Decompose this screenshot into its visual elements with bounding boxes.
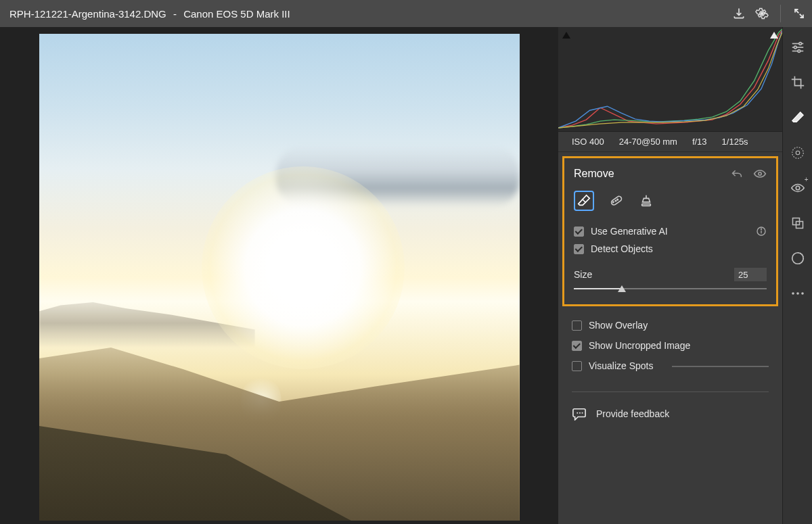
svg-point-29	[796, 292, 799, 295]
exif-shutter: 1/125s	[722, 137, 748, 147]
remove-tool-group	[574, 191, 767, 211]
svg-point-6	[615, 200, 616, 201]
detect-objects-label: Detect Objects	[591, 243, 653, 254]
redeye-icon[interactable]: +	[790, 180, 806, 196]
detect-objects-row: Detect Objects	[574, 243, 767, 254]
radial-mask-icon[interactable]	[790, 145, 806, 161]
title-separator: -	[169, 8, 181, 20]
shadow-clip-indicator[interactable]	[561, 30, 572, 41]
remove-panel: Remove	[562, 156, 778, 306]
svg-rect-8	[642, 204, 651, 206]
filename: RPH-121221-Argentina-3142.DNG	[9, 8, 166, 20]
use-generative-ai-label: Use Generative AI	[591, 226, 668, 237]
show-overlay-label: Show Overlay	[589, 320, 648, 331]
svg-marker-12	[618, 285, 626, 292]
svg-marker-1	[562, 32, 570, 39]
svg-point-17	[798, 43, 801, 45]
tool-rail: +	[782, 27, 812, 524]
remove-panel-title: Remove	[574, 168, 614, 180]
canvas-area[interactable]	[0, 27, 558, 524]
photo-preview	[39, 34, 520, 521]
use-generative-ai-row: Use Generative AI	[574, 226, 767, 237]
document-title: RPH-121221-Argentina-3142.DNG - Canon EO…	[9, 8, 290, 20]
size-row: Size	[574, 268, 767, 281]
more-icon[interactable]	[790, 285, 806, 302]
svg-point-0	[761, 12, 764, 16]
svg-point-22	[792, 147, 803, 159]
svg-point-3	[759, 172, 761, 175]
visualize-spots-row: Visualize Spots	[572, 360, 769, 371]
provide-feedback-label: Provide feedback	[596, 408, 669, 419]
show-overlay-row: Show Overlay	[572, 320, 769, 331]
presets-icon[interactable]	[790, 215, 806, 231]
size-input[interactable]	[734, 268, 767, 281]
use-generative-ai-checkbox[interactable]	[574, 227, 584, 237]
visibility-icon[interactable]	[753, 168, 767, 179]
clone-stamp-tool-button[interactable]	[636, 191, 656, 211]
svg-point-13	[577, 412, 578, 414]
size-slider-thumb[interactable]	[618, 285, 626, 292]
size-label: Size	[574, 269, 592, 280]
show-uncropped-checkbox[interactable]	[572, 341, 582, 351]
exif-iso: ISO 400	[572, 137, 604, 147]
show-overlay-checkbox[interactable]	[572, 320, 582, 331]
header-divider	[780, 5, 781, 22]
svg-point-23	[796, 151, 800, 155]
svg-point-14	[579, 412, 581, 414]
eraser-icon[interactable]	[790, 110, 806, 126]
show-uncropped-row: Show Uncropped Image	[572, 340, 769, 351]
visualize-spots-slider[interactable]	[672, 366, 769, 367]
header-bar: RPH-121221-Argentina-3142.DNG - Canon EO…	[0, 0, 812, 27]
gear-icon[interactable]	[754, 6, 769, 21]
detect-objects-checkbox[interactable]	[574, 244, 584, 254]
plus-badge-icon: +	[805, 176, 809, 183]
svg-point-7	[617, 199, 618, 199]
svg-point-5	[613, 201, 614, 202]
histogram[interactable]	[558, 27, 782, 132]
lens-blur-icon[interactable]	[790, 250, 806, 266]
undo-icon[interactable]	[730, 168, 744, 179]
provide-feedback-button[interactable]: Provide feedback	[558, 392, 782, 435]
svg-point-30	[801, 292, 804, 295]
svg-point-21	[798, 50, 800, 53]
visualize-spots-checkbox[interactable]	[572, 361, 582, 371]
visualize-spots-label: Visualize Spots	[589, 360, 653, 371]
exif-lens: 24-70@50 mm	[619, 137, 677, 147]
exif-row: ISO 400 24-70@50 mm f/13 1/125s	[558, 132, 782, 152]
size-slider[interactable]	[574, 284, 767, 293]
exif-aperture: f/13	[692, 137, 707, 147]
camera-model: Canon EOS 5D Mark III	[183, 8, 290, 20]
svg-point-28	[792, 292, 794, 295]
info-icon[interactable]	[756, 226, 767, 237]
svg-point-24	[796, 186, 800, 190]
svg-marker-2	[770, 32, 778, 39]
show-uncropped-label: Show Uncropped Image	[589, 340, 690, 351]
eraser-tool-button[interactable]	[574, 191, 594, 211]
download-icon[interactable]	[731, 6, 746, 21]
svg-point-15	[582, 412, 583, 414]
chat-icon	[572, 407, 587, 421]
sliders-icon[interactable]	[790, 39, 806, 55]
svg-point-19	[794, 46, 796, 49]
heal-tool-button[interactable]	[605, 191, 625, 211]
crop-icon[interactable]	[790, 74, 806, 91]
svg-point-11	[761, 229, 761, 229]
fullscreen-icon[interactable]	[792, 6, 807, 21]
highlight-clip-indicator[interactable]	[769, 30, 780, 41]
right-panel: ISO 400 24-70@50 mm f/13 1/125s Remove	[558, 27, 782, 524]
